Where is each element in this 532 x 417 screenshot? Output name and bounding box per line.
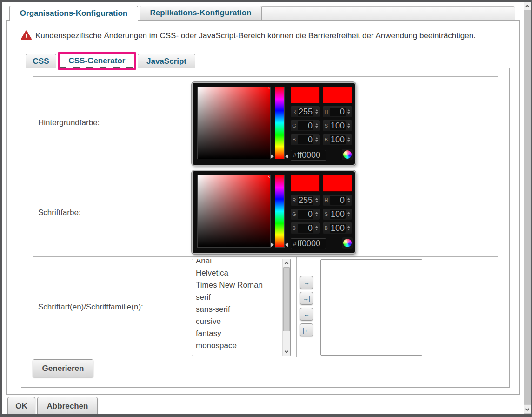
green-field-value[interactable]: 0 bbox=[298, 210, 313, 219]
spinner-icon[interactable] bbox=[315, 109, 319, 114]
hue-field[interactable]: H0 bbox=[323, 106, 352, 117]
list-item[interactable]: Helvetica bbox=[192, 267, 282, 279]
blue-field-value[interactable]: 0 bbox=[298, 224, 313, 233]
saturation-brightness-field[interactable] bbox=[197, 87, 271, 159]
saturation-field[interactable]: S100 bbox=[323, 208, 352, 220]
blue-field[interactable]: B0 bbox=[291, 134, 320, 145]
hue-arrow-right-icon[interactable] bbox=[285, 154, 288, 159]
green-field-value[interactable]: 0 bbox=[298, 121, 313, 130]
tab-strip-filler bbox=[262, 6, 515, 20]
table-cell-divider bbox=[319, 256, 319, 357]
list-item[interactable]: fantasy bbox=[192, 328, 282, 340]
hex-color-field[interactable]: #ff0000 bbox=[291, 238, 326, 249]
window-scrollbar[interactable] bbox=[524, 2, 531, 414]
list-item[interactable]: Arial bbox=[192, 259, 282, 267]
brightness-field[interactable]: B100 bbox=[323, 134, 352, 145]
brightness-field-value[interactable]: 100 bbox=[330, 224, 346, 233]
move-left-button[interactable]: ← bbox=[300, 308, 313, 321]
hue-arrow-left-icon[interactable] bbox=[271, 154, 274, 159]
color-swatch-new[interactable] bbox=[291, 87, 320, 103]
green-field-label: G bbox=[292, 123, 296, 128]
scroll-up-icon[interactable] bbox=[283, 259, 290, 267]
move-right-button[interactable]: → bbox=[300, 276, 313, 289]
tab-css[interactable]: CSS bbox=[26, 54, 56, 68]
spinner-icon[interactable] bbox=[347, 226, 351, 230]
spinner-icon[interactable] bbox=[315, 137, 319, 142]
websafe-toggle-button[interactable] bbox=[342, 149, 353, 160]
tab-css-generator[interactable]: CSS-Generator bbox=[58, 52, 136, 70]
websafe-toggle-button[interactable] bbox=[342, 237, 353, 249]
font-family-available-list[interactable]: Arial Helvetica Times New Roman serif sa… bbox=[192, 259, 291, 356]
blue-field-value[interactable]: 0 bbox=[298, 135, 313, 144]
scrollbar-thumb[interactable] bbox=[283, 267, 290, 331]
scroll-down-icon[interactable] bbox=[283, 348, 290, 356]
saturation-brightness-field[interactable] bbox=[197, 175, 271, 248]
table-cell-divider bbox=[432, 256, 432, 357]
spinner-icon[interactable] bbox=[315, 212, 319, 216]
tab-organisations-konfiguration[interactable]: Organisations-Konfiguration bbox=[9, 6, 138, 21]
list-item[interactable]: Times New Roman bbox=[192, 279, 282, 291]
green-field[interactable]: G0 bbox=[291, 208, 320, 220]
brightness-field-value[interactable]: 100 bbox=[330, 135, 346, 144]
hue-arrow-right-icon[interactable] bbox=[285, 242, 288, 247]
table-column-divider bbox=[189, 76, 189, 357]
spinner-icon[interactable] bbox=[347, 198, 351, 202]
blue-field-label: B bbox=[292, 225, 296, 231]
saturation-field[interactable]: S100 bbox=[323, 120, 352, 131]
hue-field-label: H bbox=[324, 197, 328, 203]
spinner-icon[interactable] bbox=[315, 198, 319, 202]
hue-slider[interactable] bbox=[275, 175, 285, 248]
spinner-icon[interactable] bbox=[347, 212, 351, 216]
saturation-field-label: S bbox=[324, 211, 328, 217]
warning-text: Kundenspezifische Änderungen im CSS- ode… bbox=[35, 31, 476, 41]
spinner-icon[interactable] bbox=[347, 123, 351, 128]
spinner-icon[interactable] bbox=[347, 137, 351, 142]
red-field[interactable]: R255 bbox=[291, 106, 320, 117]
color-selector-marker[interactable] bbox=[268, 175, 271, 178]
rgb-sphere-icon bbox=[343, 150, 352, 159]
generate-button[interactable]: Generieren bbox=[33, 359, 93, 377]
green-field[interactable]: G0 bbox=[291, 120, 320, 131]
color-selector-marker[interactable] bbox=[268, 87, 271, 89]
tab-replikations-konfiguration[interactable]: Replikations-Konfiguration bbox=[140, 6, 262, 20]
hue-field[interactable]: H0 bbox=[323, 195, 352, 206]
spinner-icon[interactable] bbox=[315, 123, 319, 128]
hex-prefix: # bbox=[293, 152, 296, 159]
list-item[interactable]: cursive bbox=[192, 316, 282, 328]
saturation-field-value[interactable]: 100 bbox=[330, 210, 346, 219]
color-swatch-new[interactable] bbox=[291, 175, 320, 192]
font-family-selected-list[interactable] bbox=[320, 259, 422, 356]
color-swatch-current[interactable] bbox=[323, 175, 352, 192]
window-border bbox=[0, 0, 2, 417]
spinner-icon[interactable] bbox=[315, 226, 319, 230]
spinner-icon[interactable] bbox=[347, 109, 351, 114]
list-scrollbar[interactable] bbox=[282, 259, 290, 356]
color-swatch-current[interactable] bbox=[323, 87, 352, 103]
configuration-dialog: Organisations-Konfiguration Replikations… bbox=[0, 0, 532, 417]
list-item[interactable]: sans-serif bbox=[192, 303, 282, 316]
cancel-button[interactable]: Abbrechen bbox=[37, 397, 98, 416]
list-item[interactable]: monospace bbox=[192, 340, 282, 352]
scrollbar-thumb[interactable] bbox=[524, 10, 531, 404]
move-all-left-button[interactable]: |← bbox=[300, 323, 313, 336]
hex-color-field[interactable]: #ff0000 bbox=[291, 150, 326, 161]
move-all-right-button[interactable]: →| bbox=[300, 292, 313, 305]
blue-field-label: B bbox=[292, 137, 296, 142]
scroll-up-icon[interactable] bbox=[524, 2, 531, 10]
list-item[interactable]: serif bbox=[192, 291, 282, 303]
hue-slider[interactable] bbox=[275, 87, 285, 159]
hue-arrow-left-icon[interactable] bbox=[271, 242, 274, 247]
red-field[interactable]: R255 bbox=[291, 195, 320, 206]
red-field-value[interactable]: 255 bbox=[298, 196, 313, 205]
brightness-field[interactable]: B100 bbox=[323, 222, 352, 234]
hex-value[interactable]: ff0000 bbox=[297, 239, 320, 249]
tab-javascript[interactable]: JavaScript bbox=[138, 54, 195, 68]
saturation-field-value[interactable]: 100 bbox=[330, 121, 346, 130]
red-field-value[interactable]: 255 bbox=[298, 108, 313, 116]
ok-button[interactable]: OK bbox=[7, 397, 35, 416]
hue-field-value[interactable]: 0 bbox=[330, 196, 346, 205]
hex-value[interactable]: ff0000 bbox=[297, 150, 320, 160]
blue-field[interactable]: B0 bbox=[291, 222, 320, 234]
hue-field-value[interactable]: 0 bbox=[330, 108, 346, 116]
scroll-down-icon[interactable] bbox=[524, 405, 531, 413]
